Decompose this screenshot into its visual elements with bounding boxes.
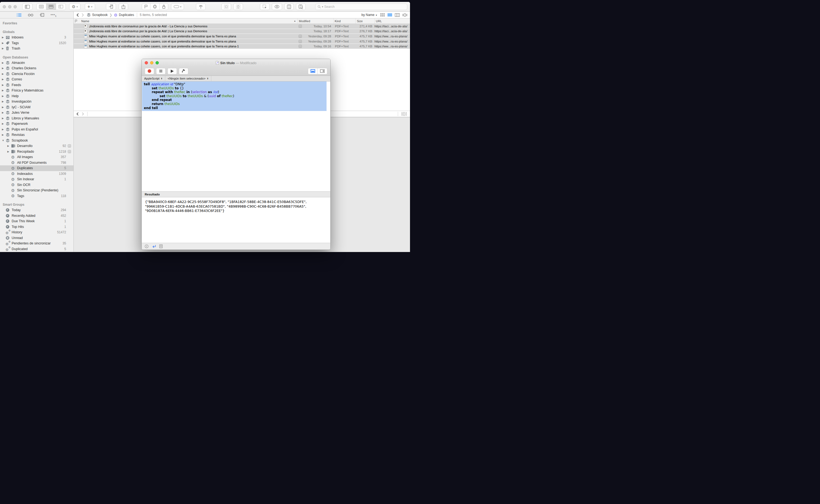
disclosure-triangle-icon[interactable]: ▶ [2,36,6,39]
flag-button[interactable] [142,4,150,10]
view-split-horizontal-button[interactable] [46,4,56,10]
disclosure-triangle-icon[interactable]: ▶ [2,100,6,103]
column-kind[interactable]: Kind [333,18,356,24]
column-flag[interactable] [74,18,80,24]
stop-button[interactable] [156,68,165,74]
sidebar-item-charles-dickens[interactable]: ▶Charles Dickens [0,66,73,71]
sidebar-item-all-pdf-documents[interactable]: ⚙All PDF Documents798 [0,160,73,166]
disclosure-triangle-icon[interactable]: ▶ [7,150,11,153]
sidebar-item-trash[interactable]: ▶Trash [0,46,73,51]
sidebar-item-sin-ocr[interactable]: ⚙Sin OCR [0,182,73,188]
upload-button[interactable] [196,3,206,10]
update-indexed-button[interactable] [296,3,306,10]
breadcrumb-scrapbook[interactable]: Scrapbook [87,13,107,17]
annotation-tools-icon[interactable] [401,112,407,116]
sidebar-item-tags[interactable]: ⚙Tags118 [0,193,73,199]
zoom-button[interactable] [14,5,17,8]
disclosure-triangle-icon[interactable]: ▶ [2,133,6,136]
result-text[interactable]: {"BBA940C0-68EF-4A22-9C25-9558F7D49DF8",… [142,197,330,243]
sidebar-item-unread[interactable]: Unread [0,235,73,241]
disclosure-triangle-icon[interactable]: ▶ [2,128,6,131]
doc-back-button[interactable] [76,112,79,116]
show-side-pane-button[interactable] [318,68,327,74]
language-popup[interactable]: AppleScript ▲▼ [142,76,165,81]
sidebar-item-indexados[interactable]: ⚙Indexados1309 [0,171,73,177]
close-button[interactable] [3,5,6,8]
sidebar-item-correo[interactable]: ▶Correo [0,77,73,82]
sidebar-item-recently-added[interactable]: Recently Added452 [0,213,73,219]
sidebar-item-tags[interactable]: ▶Tags1520 [0,40,73,46]
select-tool-button[interactable] [260,3,270,10]
sidebar-item-pendientes-de-sincronizar[interactable]: ⚙⚙Pendientes de sincronizar35 [0,241,73,246]
list-view-button[interactable] [388,13,392,17]
column-url[interactable]: URL [375,18,410,24]
sidebar-item-scrapbook[interactable]: ▼Scrapbook [0,138,73,143]
column-modified[interactable]: Modified [298,18,333,24]
disclosure-triangle-icon[interactable]: ▶ [2,47,6,50]
sidebar-item-top-hits[interactable]: Top Hits1 [0,224,73,230]
sidebar-item-duplicated[interactable]: ⚙⚙Duplicated5 [0,246,73,252]
fit-width-button[interactable] [222,3,231,10]
lock-button[interactable] [159,4,168,10]
column-size[interactable]: Size [356,18,375,24]
disclosure-triangle-icon[interactable]: ▶ [2,78,6,81]
toggle-sidebar-button[interactable] [22,3,32,10]
reading-list-icon[interactable] [28,14,33,17]
disclosure-triangle-icon[interactable]: ▶ [2,67,6,70]
view-split-vertical-button[interactable] [56,4,66,10]
sidebar-item-help[interactable]: ▶Help [0,93,73,99]
disclosure-triangle-icon[interactable]: ▶ [2,61,6,64]
sidebar-item-feeds[interactable]: ▶Feeds [0,82,73,88]
item-selector-popup[interactable]: <Ningún ítem seleccionado> ▲▼ [165,76,212,81]
sidebar-item-sin-indexar[interactable]: ⚙Sin Indexar1 [0,176,73,182]
disclosure-triangle-icon[interactable]: ▶ [2,73,6,75]
sidebar-item-pulps-en-español[interactable]: ▶Pulps en Español [0,127,73,132]
sidebar-item-investigación[interactable]: ▶Investigación [0,99,73,104]
record-button[interactable] [145,68,154,74]
sidebar-item-jules-verne[interactable]: ▶Jules Verne [0,110,73,116]
disclosure-triangle-icon[interactable]: ▶ [2,84,6,86]
label-color-button[interactable]: ▾ [171,3,184,10]
sidebar-item-revistas[interactable]: ▶Revistas [0,132,73,138]
view-list-button[interactable] [37,4,46,10]
sort-menu[interactable]: by Name ▼ [362,13,378,17]
table-row[interactable]: Mike Hughes muere al estrellarse su cohe… [74,44,410,49]
sidebar-item-duplicates[interactable]: ⚙Duplicates5 [0,165,73,171]
compile-button[interactable] [179,68,188,74]
enter-result-button[interactable] [152,245,156,248]
preview-button[interactable] [272,3,282,10]
script-title-bar[interactable]: Sin título — Modificado [142,59,330,67]
share-button[interactable] [119,3,128,10]
disclosure-triangle-icon[interactable]: ▶ [2,106,6,109]
label-button[interactable] [150,4,159,10]
breadcrumb-duplicates[interactable]: ⚙ Duplicates [114,13,134,17]
column-view-button[interactable] [395,13,400,17]
table-row[interactable]: ¡Indonesia está libre de coronavirus por… [74,29,410,34]
more-icon[interactable]: •••1 [51,12,57,17]
forward-button[interactable] [82,13,84,17]
disclosure-triangle-icon[interactable]: ▶ [2,89,6,92]
sidebar-item-iyc-sciam[interactable]: ▶IyC - SCIAM [0,104,73,110]
reveal-in-finder-button[interactable] [284,3,294,10]
column-name[interactable]: Name▲ [80,18,298,24]
sidebar-item-ciencia-ficción[interactable]: ▶Ciencia Ficción [0,71,73,77]
sidebar-item-sin-sincronizar-pendiente[interactable]: ⚙Sin Sincronizar (Pendiente) [0,188,73,193]
minimize-button[interactable] [8,5,11,8]
disclosure-triangle-icon[interactable]: ▼ [2,139,6,142]
disclosure-triangle-icon[interactable]: ▶ [2,95,6,97]
sidebar-item-desarrollo[interactable]: ▶Desarrollo92 [0,143,73,149]
fit-page-button[interactable] [233,3,243,10]
run-button[interactable] [167,68,177,74]
sidebar-item-almacén[interactable]: ▶Almacén [0,60,73,66]
action-menu-button[interactable]: ⚙▾ [69,3,80,10]
log-button[interactable] [159,244,162,248]
import-icon[interactable] [40,13,44,17]
search-input[interactable]: ▾ Search [315,4,407,10]
list-view-icon[interactable] [17,13,21,17]
icon-view-button[interactable] [380,13,385,17]
sidebar-item-all-images[interactable]: ⚙All Images357 [0,154,73,160]
sidebar-item-libros-y-manuales[interactable]: ▶Libros y Manuales [0,116,73,121]
doc-forward-button[interactable] [82,112,84,116]
disclosure-triangle-icon[interactable]: ▶ [2,117,6,120]
info-button[interactable] [145,244,148,248]
